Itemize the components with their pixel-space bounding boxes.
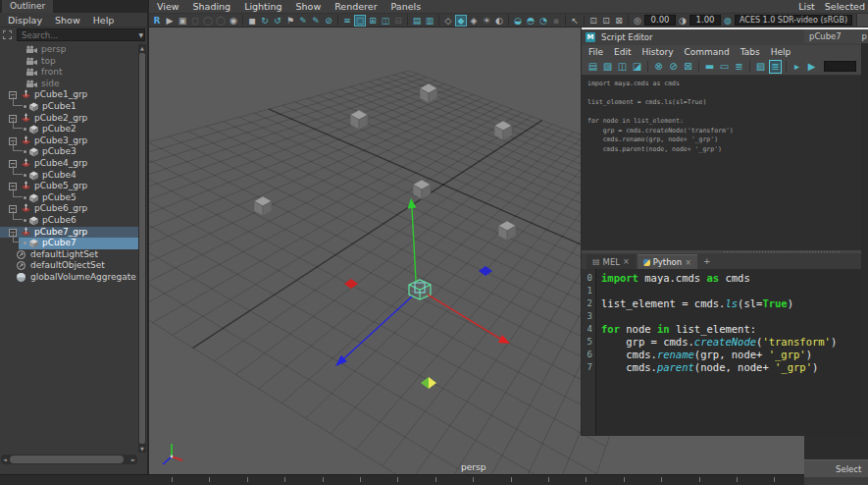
- close-icon[interactable]: ×: [685, 258, 691, 267]
- script-search-field[interactable]: [824, 61, 856, 72]
- menu-command[interactable]: Command: [685, 47, 730, 57]
- outliner-item-pCube1[interactable]: pCube1: [0, 101, 138, 113]
- clear-all-icon[interactable]: ⊠: [682, 60, 694, 74]
- clear-input-icon[interactable]: ⊗: [652, 60, 665, 74]
- list-view-icon[interactable]: ≡: [341, 15, 353, 27]
- film-camera-icon[interactable]: ◼: [246, 15, 258, 27]
- gamma-icon[interactable]: ◑: [677, 15, 689, 27]
- scrollbar-thumb[interactable]: [10, 456, 124, 463]
- outliner-tab[interactable]: Outliner: [2, 0, 53, 13]
- four-pane-icon[interactable]: ⊞: [367, 15, 379, 27]
- outliner-item-persp[interactable]: persp: [0, 44, 138, 56]
- snapshot-camera-icon[interactable]: ◉: [228, 15, 239, 27]
- exposure-icon[interactable]: ◎: [632, 15, 643, 27]
- menu-list[interactable]: List: [798, 1, 815, 12]
- chevron-down-icon[interactable]: ▼: [138, 31, 143, 38]
- panel-grip[interactable]: [856, 14, 868, 27]
- textured-icon[interactable]: ◈: [468, 15, 480, 27]
- menu-file[interactable]: File: [588, 47, 603, 57]
- outliner-item-pCube7[interactable]: pCube7: [0, 238, 138, 249]
- renderer-r-icon[interactable]: R: [151, 15, 163, 27]
- pane-layout-icon[interactable]: ◫: [380, 15, 391, 27]
- menu-shading[interactable]: Shading: [193, 1, 231, 12]
- scrollbar-thumb[interactable]: [139, 53, 145, 444]
- menu-view[interactable]: View: [157, 1, 179, 12]
- select-cursor-icon[interactable]: ↖: [569, 15, 581, 27]
- time-slider[interactable]: [0, 474, 804, 485]
- command-completion-icon[interactable]: ▧: [754, 60, 767, 74]
- show-input-icon[interactable]: ▭: [718, 60, 731, 74]
- marquee-select-icon[interactable]: [3, 30, 12, 39]
- roll-camera-icon[interactable]: ↺: [272, 15, 283, 27]
- gamma-field[interactable]: 1.00: [689, 15, 721, 26]
- scroll-right-icon[interactable]: ►: [129, 455, 137, 464]
- execute-all-icon[interactable]: ▶: [805, 60, 818, 74]
- menu-show[interactable]: Show: [296, 1, 322, 12]
- outliner-horizontal-scrollbar[interactable]: ◄ ►: [1, 455, 137, 464]
- clear-history-icon[interactable]: ⊘: [667, 60, 680, 74]
- code-input-pane[interactable]: 0import maya.cmds as cmds12list_element …: [582, 269, 861, 435]
- pencil-icon[interactable]: ✎: [297, 15, 309, 27]
- duplicate-icon[interactable]: ⊡: [587, 15, 599, 27]
- show-both-icon[interactable]: ≣: [733, 60, 745, 74]
- scroll-down-icon[interactable]: ▼: [138, 445, 146, 453]
- outliner-item-defaultObjectSet[interactable]: defaultObjectSet: [0, 260, 138, 272]
- shaded-icon[interactable]: ◆: [455, 15, 467, 27]
- xray-icon[interactable]: ◒: [512, 15, 524, 27]
- disabled-icon-4[interactable]: ▪: [550, 15, 562, 27]
- bookmark-icon[interactable]: ⚑: [284, 15, 296, 27]
- poly-cube[interactable]: [254, 196, 272, 216]
- show-line-numbers-icon[interactable]: ≣: [769, 60, 782, 74]
- shadows-icon[interactable]: ◐: [493, 15, 505, 27]
- menu-tabs[interactable]: Tabs: [740, 47, 760, 57]
- scroll-left-icon[interactable]: ◄: [1, 455, 9, 464]
- poly-cube[interactable]: [420, 83, 437, 103]
- outliner-item-pCube5[interactable]: pCube5: [0, 192, 138, 204]
- view-transform-icon[interactable]: ◍: [722, 15, 734, 27]
- selected-poly-cube[interactable]: [409, 280, 431, 299]
- image-plane-icon[interactable]: ▥: [424, 15, 435, 27]
- color-space-field[interactable]: ACES 1.0 SDR-video (sRGB): [735, 15, 852, 26]
- tab-mel[interactable]: ▤ MEL ×: [587, 254, 636, 269]
- outliner-item-defaultLightSet[interactable]: defaultLightSet: [0, 249, 138, 261]
- wireframe-icon[interactable]: ◇: [442, 15, 454, 27]
- grease-pencil-icon[interactable]: ✎: [310, 15, 322, 27]
- outliner-item-globalVolumeAggregate[interactable]: globalVolumeAggregate: [0, 272, 138, 284]
- save-script-icon[interactable]: ◫: [616, 60, 629, 74]
- add-tab-button[interactable]: +: [703, 256, 711, 266]
- panel-window-icon[interactable]: ▣: [177, 15, 188, 27]
- open-script-icon[interactable]: ▤: [587, 60, 599, 74]
- show-history-icon[interactable]: ▬: [703, 60, 716, 74]
- outliner-item-side[interactable]: side: [0, 79, 138, 90]
- poly-cube[interactable]: [498, 221, 516, 241]
- use-all-lights-icon[interactable]: ☀: [481, 15, 492, 27]
- clear-canvas-icon[interactable]: ⊠: [613, 15, 625, 27]
- menu-history[interactable]: History: [642, 47, 674, 57]
- search-input[interactable]: [17, 28, 145, 41]
- close-icon[interactable]: ×: [623, 257, 630, 266]
- erase-icon[interactable]: ⊘: [323, 15, 334, 27]
- select-button[interactable]: Select: [804, 459, 868, 477]
- menu-help[interactable]: Help: [93, 15, 115, 26]
- menu-help[interactable]: Help: [771, 47, 791, 57]
- menu-show[interactable]: Show: [55, 15, 80, 26]
- hud-text-icon[interactable]: ▤: [411, 15, 423, 27]
- outliner-vertical-scrollbar[interactable]: ▲ ▼: [138, 44, 146, 453]
- xray-joints-icon[interactable]: ◓: [525, 15, 536, 27]
- menu-panels[interactable]: Panels: [391, 1, 422, 12]
- menu-display[interactable]: Display: [8, 15, 42, 26]
- attribute-editor-tabs[interactable]: pCube7 p: [804, 27, 868, 43]
- save-selected-icon[interactable]: ◪: [631, 60, 643, 74]
- load-script-icon[interactable]: ▨: [601, 60, 614, 74]
- copy-icon[interactable]: ⊡: [600, 15, 612, 27]
- outliner-item-pCube2[interactable]: pCube2: [0, 124, 138, 135]
- menu-renderer[interactable]: Renderer: [334, 1, 377, 12]
- menu-lighting[interactable]: Lighting: [244, 1, 281, 12]
- menu-edit[interactable]: Edit: [614, 47, 631, 57]
- tumble-camera-icon[interactable]: ↻: [259, 15, 271, 27]
- disabled-icon-1[interactable]: ◻: [189, 15, 201, 27]
- pane-layout2-icon[interactable]: ⊟: [392, 15, 404, 27]
- exposure-field[interactable]: 0.00: [644, 15, 676, 26]
- disabled-icon-3[interactable]: ◯: [215, 15, 227, 27]
- outliner-item-pCube6[interactable]: pCube6: [0, 215, 138, 227]
